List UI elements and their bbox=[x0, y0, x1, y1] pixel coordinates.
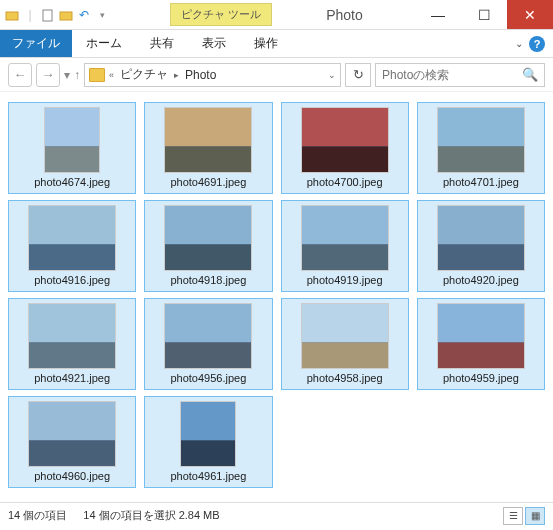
file-item[interactable]: photo4959.jpeg bbox=[417, 298, 545, 390]
file-item[interactable]: photo4960.jpeg bbox=[8, 396, 136, 488]
thumbnail bbox=[437, 205, 525, 271]
status-bar: 14 個の項目 14 個の項目を選択 2.84 MB ☰ ▦ bbox=[0, 502, 553, 528]
file-item[interactable]: photo4921.jpeg bbox=[8, 298, 136, 390]
file-item[interactable]: photo4691.jpeg bbox=[144, 102, 272, 194]
file-pane[interactable]: photo4674.jpegphoto4691.jpegphoto4700.jp… bbox=[0, 92, 553, 502]
file-tab[interactable]: ファイル bbox=[0, 30, 72, 57]
ribbon-tab-home[interactable]: ホーム bbox=[72, 30, 136, 57]
ribbon-tab-share[interactable]: 共有 bbox=[136, 30, 188, 57]
svg-rect-14 bbox=[165, 244, 251, 270]
close-button[interactable]: ✕ bbox=[507, 0, 553, 29]
svg-rect-22 bbox=[165, 342, 251, 368]
svg-rect-18 bbox=[438, 244, 524, 270]
file-name-label: photo4956.jpeg bbox=[170, 372, 246, 384]
file-item[interactable]: photo4916.jpeg bbox=[8, 200, 136, 292]
svg-rect-27 bbox=[29, 402, 115, 440]
quick-access-toolbar: | ↶ ▾ bbox=[0, 0, 114, 29]
collapse-ribbon-icon[interactable]: ⌄ bbox=[515, 38, 523, 49]
svg-rect-26 bbox=[438, 342, 524, 368]
thumbnail bbox=[164, 303, 252, 369]
thumbnail bbox=[28, 205, 116, 271]
ribbon-tab-view[interactable]: 表示 bbox=[188, 30, 240, 57]
file-name-label: photo4961.jpeg bbox=[170, 470, 246, 482]
file-item[interactable]: photo4700.jpeg bbox=[281, 102, 409, 194]
svg-rect-10 bbox=[438, 146, 524, 172]
svg-rect-2 bbox=[60, 12, 72, 20]
up-button[interactable]: ↑ bbox=[74, 68, 80, 82]
thumbnail bbox=[44, 107, 100, 173]
file-name-label: photo4674.jpeg bbox=[34, 176, 110, 188]
window-title: Photo bbox=[326, 7, 363, 23]
forward-button[interactable]: → bbox=[36, 63, 60, 87]
svg-rect-30 bbox=[181, 440, 235, 466]
titlebar: | ↶ ▾ ピクチャ ツール Photo — ☐ ✕ bbox=[0, 0, 553, 30]
help-icon[interactable]: ? bbox=[529, 36, 545, 52]
properties-icon[interactable] bbox=[40, 7, 56, 23]
svg-rect-17 bbox=[438, 206, 524, 244]
file-item[interactable]: photo4920.jpeg bbox=[417, 200, 545, 292]
chevron-down-icon[interactable]: ⌄ bbox=[328, 70, 336, 80]
refresh-button[interactable]: ↻ bbox=[345, 63, 371, 87]
svg-rect-16 bbox=[302, 244, 388, 270]
qa-dropdown-icon[interactable]: ▾ bbox=[94, 7, 110, 23]
svg-rect-4 bbox=[45, 146, 99, 172]
view-toggle: ☰ ▦ bbox=[503, 507, 545, 525]
recent-locations-icon[interactable]: ▾ bbox=[64, 68, 70, 82]
back-button[interactable]: ← bbox=[8, 63, 32, 87]
icons-view-button[interactable]: ▦ bbox=[525, 507, 545, 525]
svg-rect-9 bbox=[438, 108, 524, 146]
file-name-label: photo4691.jpeg bbox=[170, 176, 246, 188]
item-count-label: 14 個の項目 bbox=[8, 508, 67, 523]
svg-rect-1 bbox=[43, 10, 52, 21]
svg-rect-15 bbox=[302, 206, 388, 244]
svg-rect-3 bbox=[45, 108, 99, 146]
window-controls: — ☐ ✕ bbox=[415, 0, 553, 29]
file-item[interactable]: photo4961.jpeg bbox=[144, 396, 272, 488]
chevron-left-icon[interactable]: « bbox=[109, 70, 114, 80]
file-name-label: photo4701.jpeg bbox=[443, 176, 519, 188]
details-view-button[interactable]: ☰ bbox=[503, 507, 523, 525]
file-item[interactable]: photo4674.jpeg bbox=[8, 102, 136, 194]
minimize-button[interactable]: — bbox=[415, 0, 461, 29]
ribbon-tab-manage[interactable]: 操作 bbox=[240, 30, 292, 57]
file-name-label: photo4916.jpeg bbox=[34, 274, 110, 286]
ribbon: ファイル ホーム 共有 表示 操作 ⌄ ? bbox=[0, 30, 553, 58]
thumbnail bbox=[28, 303, 116, 369]
file-name-label: photo4921.jpeg bbox=[34, 372, 110, 384]
svg-rect-20 bbox=[29, 342, 115, 368]
svg-rect-13 bbox=[165, 206, 251, 244]
breadcrumb-segment[interactable]: ピクチャ bbox=[118, 66, 170, 83]
svg-rect-11 bbox=[29, 206, 115, 244]
thumbnail bbox=[301, 303, 389, 369]
chevron-right-icon[interactable]: ▸ bbox=[174, 70, 179, 80]
file-item[interactable]: photo4956.jpeg bbox=[144, 298, 272, 390]
search-box[interactable]: 🔍 bbox=[375, 63, 545, 87]
svg-rect-6 bbox=[165, 146, 251, 172]
file-item[interactable]: photo4958.jpeg bbox=[281, 298, 409, 390]
svg-rect-21 bbox=[165, 304, 251, 342]
thumbnail bbox=[164, 107, 252, 173]
maximize-button[interactable]: ☐ bbox=[461, 0, 507, 29]
navigation-bar: ← → ▾ ↑ « ピクチャ ▸ Photo ⌄ ↻ 🔍 bbox=[0, 58, 553, 92]
file-name-label: photo4958.jpeg bbox=[307, 372, 383, 384]
thumbnail bbox=[301, 107, 389, 173]
breadcrumb-segment[interactable]: Photo bbox=[183, 68, 218, 82]
thumbnail bbox=[437, 303, 525, 369]
file-item[interactable]: photo4919.jpeg bbox=[281, 200, 409, 292]
file-item[interactable]: photo4701.jpeg bbox=[417, 102, 545, 194]
undo-icon[interactable]: ↶ bbox=[76, 7, 92, 23]
selection-label: 14 個の項目を選択 2.84 MB bbox=[83, 508, 219, 523]
picture-tools-tab[interactable]: ピクチャ ツール bbox=[170, 3, 272, 26]
address-bar[interactable]: « ピクチャ ▸ Photo ⌄ bbox=[84, 63, 341, 87]
search-icon[interactable]: 🔍 bbox=[522, 67, 538, 82]
svg-rect-0 bbox=[6, 12, 18, 20]
svg-rect-28 bbox=[29, 440, 115, 466]
svg-rect-8 bbox=[302, 146, 388, 172]
file-item[interactable]: photo4918.jpeg bbox=[144, 200, 272, 292]
search-input[interactable] bbox=[382, 68, 512, 82]
svg-rect-29 bbox=[181, 402, 235, 440]
new-folder-icon[interactable] bbox=[58, 7, 74, 23]
file-name-label: photo4960.jpeg bbox=[34, 470, 110, 482]
folder-icon bbox=[89, 68, 105, 82]
thumbnail bbox=[164, 205, 252, 271]
